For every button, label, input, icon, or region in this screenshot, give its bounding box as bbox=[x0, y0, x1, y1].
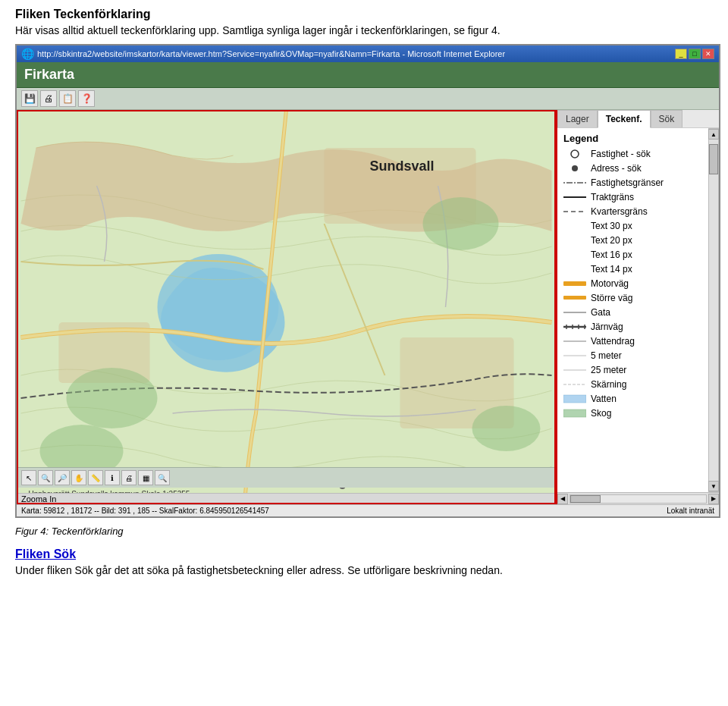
scroll-right-arrow[interactable]: ▶ bbox=[708, 494, 719, 504]
tool-zoom-in[interactable]: 🔍 bbox=[38, 470, 53, 485]
legend-symbol-5m bbox=[563, 350, 586, 361]
hscroll-track bbox=[570, 494, 707, 504]
status-text: Karta: 59812 , 18172 -- Bild: 391 , 185 … bbox=[21, 507, 269, 515]
list-item: Kvartersgräns bbox=[563, 206, 702, 217]
status-right: Lokalt intranät bbox=[667, 507, 714, 515]
tool-search[interactable]: 🔍 bbox=[155, 470, 170, 485]
section-title-sok: Fliken Sök bbox=[15, 548, 713, 561]
legend-label-gata: Gata bbox=[591, 307, 610, 318]
svg-rect-33 bbox=[563, 409, 586, 417]
legend-label-fastighet: Fastighet - sök bbox=[591, 149, 651, 159]
scroll-up-arrow[interactable]: ▲ bbox=[708, 129, 719, 140]
list-item: Järnväg bbox=[563, 322, 702, 332]
tool-pan[interactable]: ✋ bbox=[71, 470, 86, 485]
browser-url: http://sbkintra2/website/imskartor/karta… bbox=[37, 49, 505, 58]
tool-layers[interactable]: ▦ bbox=[138, 470, 153, 485]
tool-measure[interactable]: 📏 bbox=[88, 470, 103, 485]
legend-symbol-storrevag bbox=[563, 293, 586, 303]
list-item: Vattendrag bbox=[563, 336, 702, 347]
figure-caption: Figur 4: Teckenförklaring bbox=[15, 526, 713, 537]
svg-point-6 bbox=[423, 197, 499, 250]
list-item: Vatten bbox=[563, 394, 702, 404]
map-svg: Sundsvall 945 Meters Upphovsrätt Sundsva… bbox=[17, 110, 556, 504]
svg-rect-21 bbox=[563, 296, 586, 300]
svg-text:Sundsvall: Sundsvall bbox=[370, 158, 435, 174]
legend-symbol-skarning bbox=[563, 379, 586, 390]
legend-symbol-fastgrans bbox=[563, 177, 586, 188]
section-title-link[interactable]: Fliken Sök bbox=[15, 548, 76, 560]
legend-label-vattendrag: Vattendrag bbox=[591, 336, 635, 347]
legend-symbol-traktgrans bbox=[563, 192, 586, 202]
legend-label-5m: 5 meter bbox=[591, 350, 622, 361]
legend-symbol-motorvag bbox=[563, 278, 586, 289]
close-button[interactable]: ✕ bbox=[702, 49, 714, 59]
scroll-left-arrow[interactable]: ◀ bbox=[557, 494, 568, 504]
tool-zoom-out[interactable]: 🔎 bbox=[55, 470, 70, 485]
legend-label-skog: Skog bbox=[591, 408, 611, 419]
tab-lager[interactable]: Lager bbox=[557, 110, 598, 127]
toolbar-save[interactable]: 💾 bbox=[21, 90, 38, 107]
legend-symbol-vatten bbox=[563, 394, 586, 404]
legend-label-skarning: Skärning bbox=[591, 379, 626, 390]
list-item: Skog bbox=[563, 408, 702, 419]
browser-controls: _ □ ✕ bbox=[675, 49, 714, 59]
legend-label-text20: Text 20 px bbox=[591, 235, 632, 246]
legend-label-25m: 25 meter bbox=[591, 365, 626, 375]
legend-symbol-25m bbox=[563, 365, 586, 375]
toolbar-copy[interactable]: 📋 bbox=[59, 90, 76, 107]
legend-symbol-text30 bbox=[563, 221, 586, 231]
scroll-down-arrow[interactable]: ▼ bbox=[708, 481, 719, 491]
ie-icon: 🌐 bbox=[21, 48, 34, 60]
list-item: Traktgräns bbox=[563, 192, 702, 202]
footer-paragraph: Under fliken Sök går det att söka på fas… bbox=[15, 564, 713, 576]
svg-point-5 bbox=[67, 368, 158, 428]
svg-rect-20 bbox=[563, 281, 586, 286]
list-item: Motorväg bbox=[563, 278, 702, 289]
legend-label-fastgrans: Fastighetsgränser bbox=[591, 177, 664, 188]
intro-heading: Fliken Teckenförklaring bbox=[15, 8, 713, 21]
toolbar-help[interactable]: ❓ bbox=[78, 90, 95, 107]
intro-paragraph: Här visas alltid aktuell teckenförklarin… bbox=[15, 24, 713, 36]
scroll-thumb[interactable] bbox=[709, 144, 718, 174]
legend-label-text30: Text 30 px bbox=[591, 221, 632, 231]
hscroll-thumb[interactable] bbox=[570, 495, 601, 503]
legend-label-vatten: Vatten bbox=[591, 394, 617, 404]
legend-symbol-text16 bbox=[563, 249, 586, 260]
tool-info[interactable]: ℹ bbox=[105, 470, 120, 485]
browser-titlebar-left: 🌐 http://sbkintra2/website/imskartor/kar… bbox=[21, 48, 505, 60]
app-main: Sundsvall 945 Meters Upphovsrätt Sundsva… bbox=[17, 110, 719, 504]
legend-label-motorvag: Motorväg bbox=[591, 278, 629, 289]
svg-point-16 bbox=[572, 165, 578, 171]
tool-print[interactable]: 🖨 bbox=[121, 470, 136, 485]
toolbar-print[interactable]: 🖨 bbox=[40, 90, 57, 107]
legend-panel: Lager Teckenf. Sök Legend Fastighet - sö… bbox=[556, 110, 719, 504]
tool-select[interactable]: ↖ bbox=[21, 470, 36, 485]
status-bar: Karta: 59812 , 18172 -- Bild: 391 , 185 … bbox=[17, 504, 719, 516]
browser-titlebar: 🌐 http://sbkintra2/website/imskartor/kar… bbox=[17, 45, 719, 62]
minimize-button[interactable]: _ bbox=[675, 49, 687, 59]
list-item: Text 30 px bbox=[563, 221, 702, 231]
tab-teckenf[interactable]: Teckenf. bbox=[598, 110, 651, 128]
map-bottom-toolbar: ↖ 🔍 🔎 ✋ 📏 ℹ 🖨 ▦ 🔍 bbox=[17, 467, 556, 488]
legend-label-storrevag: Större väg bbox=[591, 293, 632, 303]
list-item: Gata bbox=[563, 307, 702, 318]
svg-point-15 bbox=[571, 150, 579, 158]
list-item: Text 14 px bbox=[563, 264, 702, 275]
map-area[interactable]: Sundsvall 945 Meters Upphovsrätt Sundsva… bbox=[17, 110, 556, 504]
legend-symbol-jarnvag bbox=[563, 322, 586, 332]
legend-scrollbar[interactable]: ▲ ▼ bbox=[708, 128, 719, 492]
legend-label-text14: Text 14 px bbox=[591, 264, 632, 275]
list-item: Fastighet - sök bbox=[563, 149, 702, 159]
svg-point-7 bbox=[472, 406, 541, 451]
legend-label-text16: Text 16 px bbox=[591, 249, 632, 260]
browser-window: 🌐 http://sbkintra2/website/imskartor/kar… bbox=[15, 44, 720, 518]
page-wrapper: Fliken Teckenförklaring Här visas alltid… bbox=[0, 0, 728, 591]
legend-symbol-vattendrag bbox=[563, 336, 586, 347]
tab-sok[interactable]: Sök bbox=[651, 110, 683, 127]
zoom-label: Zooma In bbox=[21, 494, 56, 504]
svg-rect-32 bbox=[563, 395, 586, 403]
legend-symbol-skog bbox=[563, 408, 586, 419]
maximize-button[interactable]: □ bbox=[689, 49, 701, 59]
app-toolbar: 💾 🖨 📋 ❓ bbox=[17, 88, 719, 110]
legend-label-adress: Adress - sök bbox=[591, 163, 642, 174]
